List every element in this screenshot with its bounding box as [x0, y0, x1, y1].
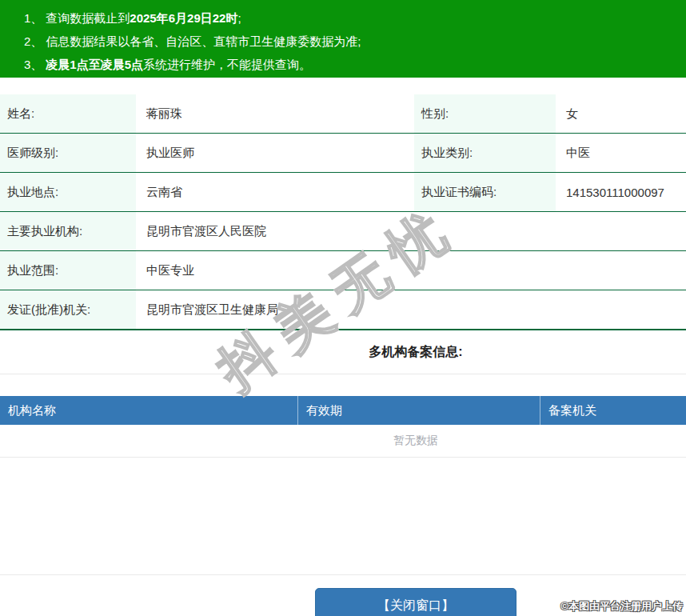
- field-label-name: 姓名:: [0, 94, 136, 133]
- column-header-validity-period: 有效期: [297, 396, 540, 425]
- notice-number: 2、: [24, 34, 42, 48]
- filing-section-header: 多机构备案信息:: [0, 330, 686, 374]
- field-value-practice-location: 云南省: [136, 173, 414, 211]
- field-label-issuing-authority: 发证(批准)机关:: [0, 290, 136, 329]
- notice-text: 信息数据结果以各省、自治区、直辖市卫生健康委数据为准;: [46, 34, 361, 48]
- query-result-page: 1、查询数据截止到2025年6月29日22时; 2、信息数据结果以各省、自治区、…: [0, 0, 686, 616]
- field-value-gender: 女: [556, 94, 686, 133]
- field-value-issuing-authority: 昆明市官渡区卫生健康局: [136, 290, 686, 329]
- notice-text: ;: [237, 11, 241, 25]
- field-value-certificate-number: 141530111000097: [556, 173, 686, 211]
- notice-number: 1、: [24, 11, 42, 25]
- column-header-institution-name: 机构名称: [0, 396, 297, 425]
- whitespace-spacer: [0, 458, 686, 574]
- table-row-practice-scope: 执业范围: 中医专业: [0, 251, 686, 290]
- field-label-practice-category: 执业类别:: [414, 134, 556, 172]
- notice-text-bold: 凌晨1点至凌晨5点: [46, 58, 143, 71]
- close-window-button[interactable]: 【关闭窗口】: [315, 588, 516, 616]
- notice-number: 3、: [24, 58, 42, 71]
- field-value-name: 蒋丽珠: [136, 94, 414, 133]
- table-row-issuing-authority: 发证(批准)机关: 昆明市官渡区卫生健康局: [0, 290, 686, 330]
- table-row-level-category: 医师级别: 执业医师 执业类别: 中医: [0, 134, 686, 173]
- section-title: 多机构备案信息:: [369, 344, 462, 361]
- field-value-practice-scope: 中医专业: [136, 251, 686, 290]
- notice-text-bold: 2025年6月29日22时: [130, 11, 237, 25]
- notice-line-1: 1、查询数据截止到2025年6月29日22时;: [24, 6, 686, 30]
- field-label-doctor-level: 医师级别:: [0, 134, 136, 172]
- table-row-main-institution: 主要执业机构: 昆明市官渡区人民医院: [0, 212, 686, 251]
- notice-banner: 1、查询数据截止到2025年6月29日22时; 2、信息数据结果以各省、自治区、…: [0, 0, 686, 78]
- notice-text: 系统进行维护，不能提供查询。: [143, 58, 311, 71]
- field-label-main-institution: 主要执业机构:: [0, 212, 136, 250]
- footer-divider: [0, 574, 686, 575]
- field-label-certificate-number: 执业证书编码:: [414, 173, 556, 211]
- notice-line-2: 2、信息数据结果以各省、自治区、直辖市卫生健康委数据为准;: [24, 30, 686, 53]
- field-label-gender: 性别:: [414, 94, 556, 133]
- column-header-filing-authority: 备案机关: [540, 396, 686, 425]
- empty-data-placeholder: 暂无数据: [0, 425, 686, 458]
- field-value-main-institution: 昆明市官渡区人民医院: [136, 212, 686, 250]
- field-value-doctor-level: 执业医师: [136, 134, 414, 172]
- field-label-practice-location: 执业地点:: [0, 173, 136, 211]
- field-value-practice-category: 中医: [556, 134, 686, 172]
- notice-text: 查询数据截止到: [46, 11, 130, 25]
- filing-table-header-row: 机构名称 有效期 备案机关: [0, 396, 686, 425]
- field-label-practice-scope: 执业范围:: [0, 251, 136, 290]
- table-row-name-gender: 姓名: 蒋丽珠 性别: 女: [0, 94, 686, 134]
- practitioner-info-table: 姓名: 蒋丽珠 性别: 女 医师级别: 执业医师 执业类别: 中医 执业地点: …: [0, 94, 686, 330]
- notice-line-3: 3、凌晨1点至凌晨5点系统进行维护，不能提供查询。: [24, 53, 686, 76]
- table-row-location-certno: 执业地点: 云南省 执业证书编码: 141530111000097: [0, 173, 686, 212]
